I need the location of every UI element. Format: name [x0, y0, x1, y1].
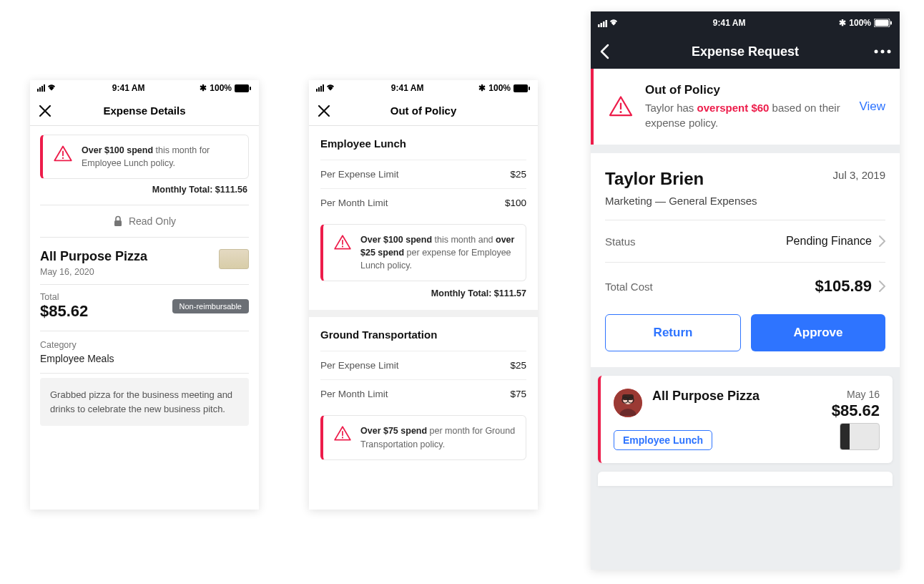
requester-name: Taylor Brien [605, 169, 704, 189]
status-bar: 9:41 AM ✱ 100% [30, 80, 259, 96]
reimbursable-badge: Non-reimbursable [172, 299, 249, 313]
svg-point-16 [342, 245, 343, 247]
alert-text: Over $100 spend this month and over $25 … [360, 233, 516, 272]
svg-point-28 [888, 50, 891, 54]
warning-icon [333, 424, 352, 443]
scroll-body[interactable]: Out of Policy Taylor has overspent $60 b… [591, 69, 900, 570]
monthly-total: Monthly Total: $111.56 [30, 185, 259, 205]
svg-rect-4 [235, 84, 249, 92]
svg-rect-5 [250, 87, 251, 90]
status-battery: ✱ 100% [839, 18, 893, 28]
policy-alert: Over $100 spend this month and over $25 … [320, 224, 526, 281]
total-row: Total $85.62 Non-reimbursable [30, 285, 259, 331]
policy-alert: Over $75 spend per month for Ground Tran… [320, 415, 526, 459]
svg-rect-10 [318, 87, 320, 92]
total-label: Total [40, 292, 88, 302]
nav-title: Expense Request [692, 44, 799, 59]
svg-rect-2 [41, 86, 43, 92]
receipt-thumbnail[interactable] [840, 423, 880, 450]
svg-rect-24 [875, 20, 889, 26]
svg-rect-20 [601, 23, 603, 27]
nav-bar: Expense Request [591, 34, 900, 69]
view-link[interactable]: View [859, 99, 885, 114]
approve-button[interactable]: Approve [751, 314, 885, 351]
svg-point-27 [881, 50, 885, 54]
limit-row: Per Month Limit $100 [320, 188, 526, 217]
warning-icon [53, 144, 73, 164]
policy-alert: Out of Policy Taylor has overspent $60 b… [591, 69, 900, 145]
svg-point-7 [62, 157, 64, 159]
status-row[interactable]: Status Pending Finance [605, 220, 885, 262]
svg-rect-8 [114, 220, 122, 226]
limit-row: Per Expense Limit $25 [320, 351, 526, 379]
total-cost-row[interactable]: Total Cost $105.89 [605, 262, 885, 310]
svg-point-18 [342, 437, 343, 439]
svg-rect-3 [44, 84, 45, 92]
status-bar: 9:41 AM ✱ 100% [309, 80, 538, 96]
nav-bar: Expense Details [30, 96, 259, 126]
section-employee-lunch: Employee Lunch Per Expense Limit $25 Per… [309, 126, 538, 310]
close-button[interactable] [39, 104, 51, 117]
total-amount: $85.62 [40, 302, 88, 321]
more-button[interactable] [874, 49, 891, 54]
nav-title: Expense Details [103, 104, 185, 117]
category-field: Category Employee Meals [30, 331, 259, 373]
section-divider [309, 310, 538, 317]
chevron-right-icon [879, 235, 885, 247]
signal-wifi-icon [316, 84, 336, 92]
svg-rect-19 [598, 24, 600, 27]
phone-expense-details: 9:41 AM ✱ 100% Expense Details Over $100… [30, 80, 259, 510]
svg-rect-0 [37, 89, 39, 92]
section-ground-transportation: Ground Transportation Per Expense Limit … [309, 317, 538, 471]
status-battery: ✱ 100% [478, 83, 531, 93]
alert-text: Over $100 spend this month for Employee … [82, 144, 238, 170]
back-button[interactable] [599, 44, 609, 59]
merchant-date: May 16, 2020 [40, 267, 147, 277]
alert-title: Out of Policy [645, 83, 847, 97]
limit-row: Per Month Limit $75 [320, 379, 526, 408]
svg-rect-14 [529, 87, 530, 90]
chevron-right-icon [879, 281, 885, 292]
merchant-row: All Purpose Pizza May 16, 2020 [30, 238, 259, 284]
request-date: Jul 3, 2019 [833, 169, 885, 181]
avatar [614, 389, 642, 417]
expense-amount: $85.62 [832, 402, 880, 420]
request-subtitle: Marketing — General Expenses [605, 195, 885, 207]
svg-rect-1 [39, 87, 41, 92]
expense-card[interactable]: All Purpose Pizza May 16 $85.62 Employee… [598, 376, 893, 463]
nav-bar: Out of Policy [309, 96, 538, 126]
expense-merchant: All Purpose Pizza [652, 389, 760, 404]
phone-expense-request: 9:41 AM ✱ 100% Expense Request Out of Po… [591, 11, 900, 570]
svg-rect-11 [320, 86, 322, 92]
close-button[interactable] [318, 104, 330, 117]
expense-tag[interactable]: Employee Lunch [614, 430, 712, 450]
lock-icon [113, 215, 123, 227]
status-battery: ✱ 100% [200, 83, 252, 93]
svg-rect-13 [513, 84, 528, 92]
phone-out-of-policy: 9:41 AM ✱ 100% Out of Policy Employee Lu… [309, 80, 538, 510]
policy-alert: Over $100 spend this month for Employee … [40, 135, 249, 179]
expense-note: Grabbed pizza for the business meeting a… [40, 378, 249, 426]
svg-point-30 [620, 111, 622, 113]
merchant-name: All Purpose Pizza [40, 249, 147, 264]
signal-wifi-icon [37, 84, 57, 92]
svg-rect-9 [316, 89, 318, 92]
svg-rect-12 [323, 84, 324, 92]
nav-title: Out of Policy [390, 104, 457, 117]
read-only-indicator: Read Only [30, 205, 259, 237]
return-button[interactable]: Return [605, 314, 741, 351]
expense-card-peek [598, 472, 893, 486]
svg-rect-25 [890, 21, 892, 25]
monthly-total: Monthly Total: $111.57 [320, 286, 526, 298]
svg-rect-21 [603, 21, 605, 27]
warning-icon [333, 233, 352, 252]
status-time: 9:41 AM [619, 18, 839, 28]
alert-text: Taylor has overspent $60 based on their … [645, 100, 847, 130]
status-time: 9:41 AM [57, 83, 200, 93]
alert-text: Over $75 spend per month for Ground Tran… [360, 424, 516, 450]
receipt-thumbnail[interactable] [219, 249, 249, 269]
limit-row: Per Expense Limit $25 [320, 160, 526, 188]
status-bar: 9:41 AM ✱ 100% [591, 11, 900, 34]
request-summary: Taylor Brien Jul 3, 2019 Marketing — Gen… [591, 153, 900, 367]
expense-date: May 16 [832, 389, 880, 400]
